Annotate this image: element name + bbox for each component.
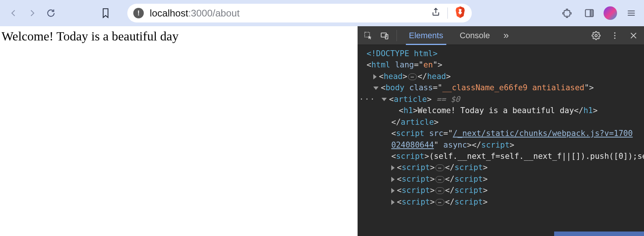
menu-button[interactable]: [624, 6, 639, 21]
collapsed-icon[interactable]: ⋯: [408, 73, 417, 80]
collapsed-icon[interactable]: ⋯: [435, 199, 444, 206]
divider: [447, 7, 448, 19]
svg-point-11: [614, 35, 616, 36]
extensions-icon[interactable]: [560, 6, 575, 21]
devtools-tabbar: Elements Console »: [358, 26, 644, 45]
page-heading: Welcome! Today is a beautiful day: [1, 29, 356, 43]
dom-line[interactable]: <script src="/_next/static/chunks/webpac…: [360, 128, 644, 139]
dom-line[interactable]: <script>(self.__next_f=self.__next_f||[]…: [360, 151, 644, 162]
dom-line[interactable]: <html lang="en">: [360, 59, 644, 70]
dom-line[interactable]: <head>⋯</head>: [360, 71, 644, 82]
address-bar[interactable]: ! localhost:3000/about: [127, 4, 472, 22]
browser-toolbar: ! localhost:3000/about: [0, 0, 644, 26]
scrollbar-indicator[interactable]: [554, 232, 644, 236]
svg-point-10: [614, 32, 616, 34]
collapsed-icon[interactable]: ⋯: [435, 176, 444, 183]
expand-caret-icon[interactable]: [373, 74, 377, 79]
dom-tree[interactable]: <!DOCTYPE html> <html lang="en"> <head>⋯…: [358, 45, 644, 236]
svg-point-9: [595, 34, 597, 37]
tabs-overflow[interactable]: »: [499, 30, 512, 41]
page-viewport: Welcome! Today is a beautiful day: [0, 26, 358, 236]
bookmark-button[interactable]: [97, 5, 114, 21]
expand-caret-icon[interactable]: [391, 177, 395, 182]
url-text: localhost:3000/about: [150, 7, 425, 19]
dom-line-selected[interactable]: ···<article> == $0: [360, 94, 644, 105]
divider: [397, 30, 397, 41]
close-devtools-icon[interactable]: [627, 29, 640, 42]
url-path: :3000/about: [188, 7, 240, 19]
dom-line[interactable]: <body class="__className_e66fe9 antialia…: [360, 82, 644, 93]
dom-line[interactable]: <script>⋯</script>: [360, 173, 644, 185]
brave-shield-icon[interactable]: [455, 6, 466, 21]
collapsed-icon[interactable]: ⋯: [435, 187, 444, 194]
site-info-glyph: !: [137, 9, 140, 17]
kebab-menu-icon[interactable]: [608, 29, 622, 42]
collapse-caret-icon[interactable]: [382, 98, 387, 101]
sidebar-toggle-icon[interactable]: [582, 6, 597, 21]
dom-line[interactable]: <!DOCTYPE html>: [360, 48, 644, 59]
expand-caret-icon[interactable]: [391, 188, 395, 193]
device-toolbar-icon[interactable]: [378, 29, 391, 42]
collapse-caret-icon[interactable]: [373, 87, 379, 90]
tab-elements[interactable]: Elements: [402, 26, 450, 45]
share-icon[interactable]: [431, 7, 441, 19]
expand-caret-icon[interactable]: [391, 165, 395, 170]
forward-button[interactable]: [24, 5, 40, 21]
collapsed-icon[interactable]: ⋯: [435, 164, 444, 171]
site-info-icon[interactable]: !: [133, 8, 144, 18]
url-host: localhost: [150, 7, 188, 19]
dom-line[interactable]: <script>⋯</script>: [360, 162, 644, 173]
back-button[interactable]: [5, 5, 22, 21]
reload-button[interactable]: [43, 5, 59, 21]
tab-console[interactable]: Console: [453, 26, 497, 45]
profile-avatar[interactable]: [604, 6, 617, 20]
overflow-dots-icon[interactable]: ···: [359, 94, 376, 105]
dom-line[interactable]: <script>⋯</script>: [360, 185, 644, 196]
dom-line[interactable]: <h1>Welcome! Today is a beautiful day</h…: [360, 105, 644, 116]
svg-rect-2: [590, 10, 593, 17]
dom-line[interactable]: </article>: [360, 117, 644, 128]
inspect-element-icon[interactable]: [361, 29, 375, 42]
settings-icon[interactable]: [589, 29, 603, 42]
content-row: Welcome! Today is a beautiful day Elemen…: [0, 26, 644, 236]
expand-caret-icon[interactable]: [391, 200, 395, 205]
svg-point-12: [614, 37, 616, 39]
dom-line[interactable]: 024080644" async></script>: [360, 139, 644, 151]
dom-line[interactable]: <script>⋯</script>: [360, 196, 644, 208]
devtools-panel: Elements Console » <!DOCTYPE html> <html…: [358, 26, 644, 236]
